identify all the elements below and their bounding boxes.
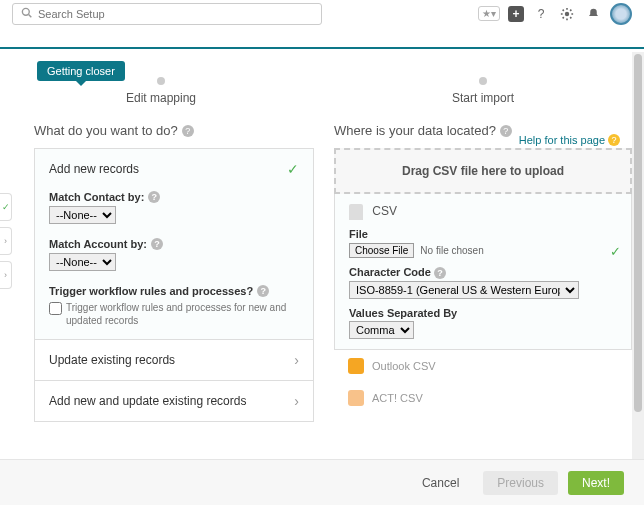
add-and-update-option[interactable]: Add new and update existing records › [34,381,314,422]
act-icon [348,390,364,406]
match-contact-select[interactable]: --None-- [49,206,116,224]
update-existing-option[interactable]: Update existing records › [34,340,314,381]
step-label: Edit mapping [0,91,322,105]
rail-check-icon: ✓ [0,193,12,221]
add-button[interactable]: + [508,6,524,22]
step-edit-mapping[interactable]: Edit mapping [0,77,322,117]
match-contact-label: Match Contact by: ? [49,191,299,203]
previous-button[interactable]: Previous [483,471,558,495]
checkmark-icon: ✓ [610,244,621,259]
left-column-title: What do you want to do? ? [34,123,314,138]
svg-point-2 [565,11,569,15]
trigger-workflow-label: Trigger workflow rules and processes? ? [49,285,299,297]
notifications-icon[interactable] [584,5,602,23]
help-icon[interactable]: ? [257,285,269,297]
trigger-desc: Trigger workflow rules and processes for… [66,301,299,327]
favorites-button[interactable]: ★▾ [478,6,500,21]
checkmark-icon: ✓ [287,161,299,177]
chevron-right-icon: › [294,352,299,368]
card-title: Add new records [49,162,139,176]
next-button[interactable]: Next! [568,471,624,495]
search-box[interactable] [12,3,322,25]
step-label: Start import [322,91,644,105]
source-csv-label: CSV [372,204,397,218]
cancel-button[interactable]: Cancel [408,471,473,495]
act-csv-option[interactable]: ACT! CSV [334,382,632,414]
no-file-text: No file chosen [420,245,483,256]
search-input[interactable] [38,8,313,20]
rail-expand-2[interactable]: › [0,261,12,289]
help-badge-icon: ? [608,134,620,146]
svg-point-0 [22,8,29,15]
csv-source-card: ✓ CSV File Choose File No file chosen Ch… [334,194,632,350]
separator-select[interactable]: Comma [349,321,414,339]
file-label: File [349,228,617,240]
svg-line-1 [29,15,32,18]
rail-expand-1[interactable]: › [0,227,12,255]
add-new-records-card: Add new records ✓ Match Contact by: ? --… [34,148,314,340]
outlook-csv-option[interactable]: Outlook CSV [334,350,632,382]
help-icon[interactable]: ? [151,238,163,250]
outlook-icon [348,358,364,374]
settings-icon[interactable] [558,5,576,23]
avatar[interactable] [610,3,632,25]
help-icon[interactable]: ? [500,125,512,137]
help-link[interactable]: Help for this page ? [519,134,620,146]
progress-tooltip: Getting closer [37,61,125,81]
help-icon[interactable]: ? [532,5,550,23]
help-icon[interactable]: ? [434,267,446,279]
help-icon[interactable]: ? [148,191,160,203]
match-account-select[interactable]: --None-- [49,253,116,271]
choose-file-button[interactable]: Choose File [349,243,414,258]
help-icon[interactable]: ? [182,125,194,137]
charcode-select[interactable]: ISO-8859-1 (General US & Western Europea… [349,281,579,299]
step-start-import[interactable]: Start import [322,77,644,117]
search-icon [21,7,32,20]
chevron-right-icon: › [294,393,299,409]
charcode-label: Character Code ? [349,266,617,279]
match-account-label: Match Account by: ? [49,238,299,250]
file-icon [349,204,363,220]
csv-dropzone[interactable]: Drag CSV file here to upload [334,148,632,194]
scrollbar[interactable] [632,52,644,459]
trigger-workflow-checkbox[interactable] [49,302,62,315]
separator-label: Values Separated By [349,307,617,319]
